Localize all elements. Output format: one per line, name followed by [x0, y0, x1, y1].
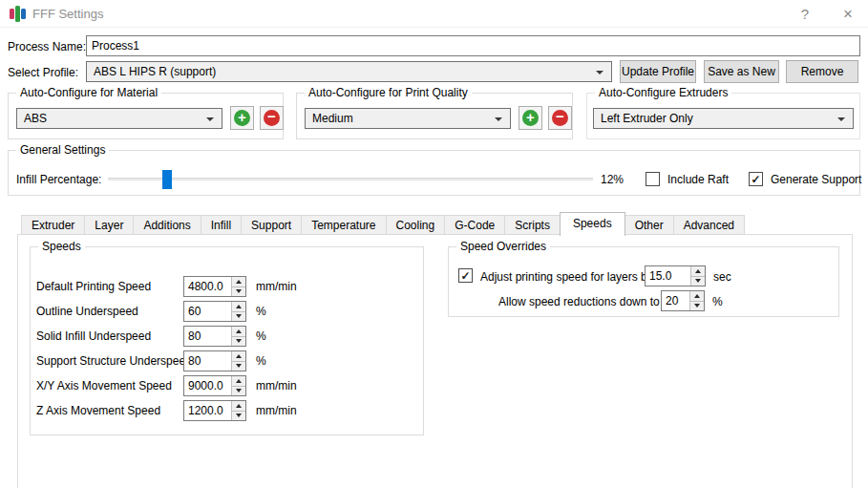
tab-other[interactable]: Other [625, 215, 674, 235]
extruders-select[interactable]: Left Extruder Only [593, 108, 854, 129]
window-title: FFF Settings [32, 7, 103, 21]
auto-configure-quality-group: Auto-Configure for Print Quality Medium … [296, 93, 573, 139]
speed-overrides-title: Speed Overrides [456, 240, 550, 253]
solid-infill-underspeed-unit: % [256, 329, 266, 343]
spinner-down-icon[interactable] [232, 411, 245, 421]
speed-row-xy: X/Y Axis Movement Speed mm/min [36, 375, 418, 396]
spinner-down-icon[interactable] [691, 276, 705, 286]
spinner-up-icon[interactable] [232, 277, 245, 286]
spinner-up-icon[interactable] [232, 351, 245, 361]
speed-row-solid-infill: Solid Infill Underspeed % [36, 326, 418, 347]
close-button[interactable]: × [833, 3, 863, 25]
outline-underspeed-spinner[interactable] [183, 301, 246, 322]
outline-underspeed-input[interactable] [184, 302, 231, 321]
process-name-input[interactable] [86, 35, 860, 56]
general-settings-group: General Settings Infill Percentage: 12% … [8, 150, 860, 196]
remove-profile-button[interactable]: Remove [786, 60, 858, 83]
remove-quality-button[interactable]: − [548, 106, 572, 130]
plus-icon: + [522, 110, 539, 126]
settings-tab-bar: Extruder Layer Additions Infill Support … [21, 215, 744, 236]
spinner-up-icon[interactable] [691, 266, 705, 276]
support-structure-underspeed-label: Support Structure Underspeed [36, 354, 192, 368]
support-structure-underspeed-input[interactable] [184, 351, 231, 371]
tab-extruder[interactable]: Extruder [21, 215, 85, 235]
xy-axis-movement-speed-unit: mm/min [256, 379, 297, 393]
tab-infill[interactable]: Infill [201, 215, 242, 235]
support-structure-underspeed-spinner[interactable] [183, 350, 246, 371]
speed-reduction-spinner[interactable] [661, 290, 705, 311]
spinner-down-icon[interactable] [232, 361, 245, 371]
tab-cooling[interactable]: Cooling [386, 215, 446, 235]
adjust-speed-unit: sec [713, 270, 731, 284]
default-printing-speed-unit: mm/min [256, 280, 297, 293]
infill-slider[interactable] [108, 178, 593, 181]
auto-configure-extruders-group: Auto-Configure Extruders Left Extruder O… [586, 93, 860, 139]
infill-slider-handle[interactable] [162, 170, 172, 189]
include-raft-checkbox[interactable] [646, 172, 660, 186]
auto-configure-extruders-title: Auto-Configure Extruders [595, 86, 731, 99]
solid-infill-underspeed-label: Solid Infill Underspeed [36, 329, 151, 343]
add-quality-button[interactable]: + [519, 106, 542, 130]
spinner-down-icon[interactable] [232, 286, 245, 297]
include-raft-label: Include Raft [667, 173, 729, 186]
tab-speeds[interactable]: Speeds [560, 212, 625, 236]
speeds-group-title: Speeds [38, 240, 85, 253]
tab-layer[interactable]: Layer [84, 215, 134, 235]
z-axis-movement-speed-spinner[interactable] [183, 400, 246, 421]
spinner-up-icon[interactable] [232, 302, 245, 311]
tab-scripts[interactable]: Scripts [504, 215, 561, 235]
spinner-down-icon[interactable] [232, 386, 245, 396]
z-axis-movement-speed-unit: mm/min [256, 404, 297, 417]
speed-row-default: Default Printing Speed mm/min [36, 276, 418, 297]
remove-material-button[interactable]: − [260, 106, 284, 130]
z-axis-movement-speed-label: Z Axis Movement Speed [36, 404, 160, 417]
generate-support-checkbox[interactable]: ✓ [749, 172, 763, 186]
solid-infill-underspeed-input[interactable] [184, 327, 231, 346]
spinner-up-icon[interactable] [232, 401, 245, 411]
title-bar: FFF Settings ? × [0, 0, 868, 28]
default-printing-speed-label: Default Printing Speed [36, 280, 151, 293]
speed-reduction-unit: % [712, 295, 723, 308]
xy-axis-movement-speed-input[interactable] [184, 376, 231, 395]
spinner-up-icon[interactable] [232, 376, 245, 386]
tab-support[interactable]: Support [241, 215, 302, 235]
quality-select[interactable]: Medium [305, 108, 511, 129]
add-material-button[interactable]: + [230, 106, 254, 130]
minus-icon: − [552, 110, 568, 126]
spinner-down-icon[interactable] [690, 301, 704, 311]
update-profile-button[interactable]: Update Profile [620, 60, 696, 83]
default-printing-speed-input[interactable] [184, 277, 231, 296]
spinner-down-icon[interactable] [232, 336, 245, 347]
process-name-label: Process Name: [8, 40, 86, 53]
infill-percentage-value: 12% [601, 173, 624, 186]
speed-reduction-label: Allow speed reductions down to [498, 295, 660, 308]
extruders-select-value: Left Extruder Only [601, 112, 693, 125]
default-printing-speed-spinner[interactable] [183, 276, 246, 297]
profile-select-value: ABS L HIPS R (support) [94, 65, 216, 78]
tab-gcode[interactable]: G-Code [444, 215, 505, 235]
fff-settings-dialog: { "window": { "title": "FFF Settings", "… [0, 0, 868, 488]
plus-icon: + [234, 110, 250, 126]
spinner-up-icon[interactable] [690, 291, 704, 301]
help-button[interactable]: ? [790, 3, 820, 25]
outline-underspeed-label: Outline Underspeed [36, 305, 138, 318]
material-select-value: ABS [24, 112, 47, 125]
tab-additions[interactable]: Additions [133, 215, 201, 235]
spinner-down-icon[interactable] [232, 311, 245, 322]
speeds-tab-panel: Speeds Default Printing Speed mm/min Out… [17, 234, 853, 488]
material-select[interactable]: ABS [16, 108, 222, 129]
profile-select[interactable]: ABS L HIPS R (support) [86, 61, 612, 82]
solid-infill-underspeed-spinner[interactable] [183, 326, 246, 347]
tab-advanced[interactable]: Advanced [673, 215, 745, 235]
speed-reduction-input[interactable] [662, 291, 689, 310]
tab-temperature[interactable]: Temperature [301, 215, 386, 235]
adjust-speed-checkbox[interactable]: ✓ [458, 268, 473, 283]
adjust-speed-input[interactable] [646, 266, 690, 286]
speed-row-z: Z Axis Movement Speed mm/min [36, 400, 418, 421]
save-as-new-button[interactable]: Save as New [704, 60, 779, 83]
z-axis-movement-speed-input[interactable] [184, 401, 231, 420]
adjust-speed-spinner[interactable] [645, 265, 706, 286]
spinner-up-icon[interactable] [232, 327, 245, 336]
xy-axis-movement-speed-spinner[interactable] [183, 375, 246, 396]
auto-configure-quality-title: Auto-Configure for Print Quality [305, 86, 472, 99]
